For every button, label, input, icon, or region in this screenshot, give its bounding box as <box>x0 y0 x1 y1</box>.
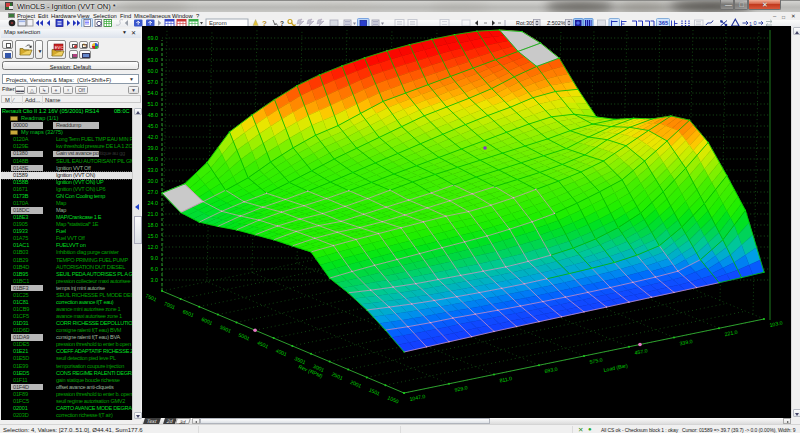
svg-text:12.0: 12.0 <box>148 244 159 250</box>
svg-text:51.0: 51.0 <box>148 101 159 107</box>
svg-text:54.0: 54.0 <box>148 90 159 96</box>
svg-text:60.0: 60.0 <box>148 68 159 74</box>
svg-text:48.0: 48.0 <box>148 112 159 118</box>
svg-text:57.0: 57.0 <box>148 79 159 85</box>
svg-text:9.0: 9.0 <box>151 255 159 261</box>
svg-text:27.0: 27.0 <box>148 189 159 195</box>
svg-text:69.0: 69.0 <box>148 35 159 41</box>
svg-text:45.0: 45.0 <box>148 123 159 129</box>
svg-text:36.0: 36.0 <box>148 156 159 162</box>
svg-text:18.0: 18.0 <box>148 222 159 228</box>
svg-text:21.0: 21.0 <box>148 211 159 217</box>
svg-text:30.0: 30.0 <box>148 178 159 184</box>
svg-text:66.0: 66.0 <box>148 46 159 52</box>
svg-text:6.0: 6.0 <box>151 266 159 272</box>
svg-text:15.0: 15.0 <box>148 233 159 239</box>
svg-text:39.0: 39.0 <box>148 145 159 151</box>
svg-text:24.0: 24.0 <box>148 200 159 206</box>
svg-text:42.0: 42.0 <box>148 134 159 140</box>
svg-text:EVC: EVC <box>54 44 63 49</box>
svg-text:Eprom: Eprom <box>209 20 227 26</box>
svg-text:63.0: 63.0 <box>148 57 159 63</box>
svg-text:33.0: 33.0 <box>148 167 159 173</box>
svg-text:3.0: 3.0 <box>151 277 159 283</box>
